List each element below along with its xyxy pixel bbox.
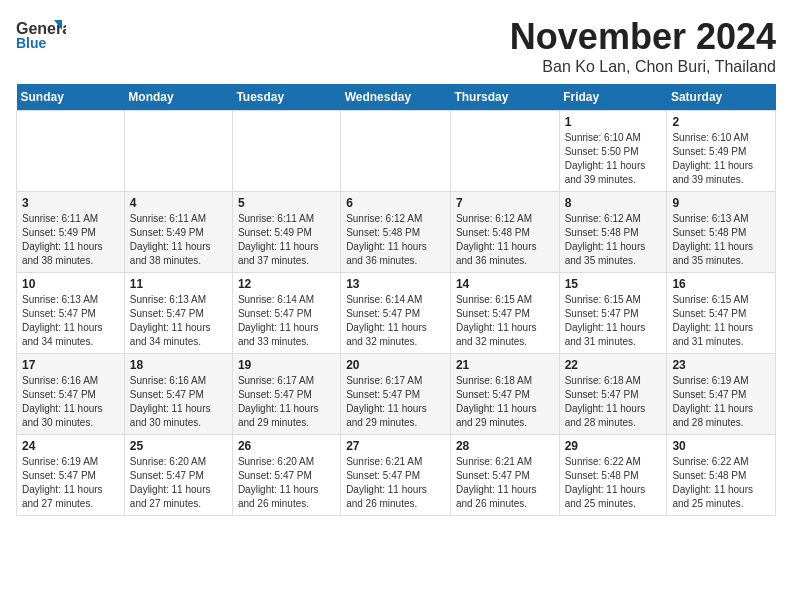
- day-info: Sunrise: 6:14 AM Sunset: 5:47 PM Dayligh…: [238, 293, 335, 349]
- day-number: 5: [238, 196, 335, 210]
- day-info: Sunrise: 6:20 AM Sunset: 5:47 PM Dayligh…: [238, 455, 335, 511]
- day-number: 27: [346, 439, 445, 453]
- day-number: 19: [238, 358, 335, 372]
- calendar-body: 1Sunrise: 6:10 AM Sunset: 5:50 PM Daylig…: [17, 111, 776, 516]
- calendar-cell: 29Sunrise: 6:22 AM Sunset: 5:48 PM Dayli…: [559, 435, 667, 516]
- day-info: Sunrise: 6:11 AM Sunset: 5:49 PM Dayligh…: [22, 212, 119, 268]
- day-info: Sunrise: 6:16 AM Sunset: 5:47 PM Dayligh…: [22, 374, 119, 430]
- calendar-week-row: 17Sunrise: 6:16 AM Sunset: 5:47 PM Dayli…: [17, 354, 776, 435]
- calendar-cell: 10Sunrise: 6:13 AM Sunset: 5:47 PM Dayli…: [17, 273, 125, 354]
- logo: General Blue: [16, 16, 66, 56]
- month-title: November 2024: [510, 16, 776, 58]
- calendar-cell: 7Sunrise: 6:12 AM Sunset: 5:48 PM Daylig…: [450, 192, 559, 273]
- day-info: Sunrise: 6:18 AM Sunset: 5:47 PM Dayligh…: [565, 374, 662, 430]
- day-number: 25: [130, 439, 227, 453]
- calendar-cell: 1Sunrise: 6:10 AM Sunset: 5:50 PM Daylig…: [559, 111, 667, 192]
- day-info: Sunrise: 6:12 AM Sunset: 5:48 PM Dayligh…: [456, 212, 554, 268]
- day-info: Sunrise: 6:21 AM Sunset: 5:47 PM Dayligh…: [346, 455, 445, 511]
- day-number: 4: [130, 196, 227, 210]
- day-number: 12: [238, 277, 335, 291]
- location-title: Ban Ko Lan, Chon Buri, Thailand: [510, 58, 776, 76]
- weekday-header: Wednesday: [341, 84, 451, 111]
- day-info: Sunrise: 6:11 AM Sunset: 5:49 PM Dayligh…: [130, 212, 227, 268]
- day-number: 22: [565, 358, 662, 372]
- calendar-cell: [17, 111, 125, 192]
- calendar-cell: 27Sunrise: 6:21 AM Sunset: 5:47 PM Dayli…: [341, 435, 451, 516]
- calendar-cell: 4Sunrise: 6:11 AM Sunset: 5:49 PM Daylig…: [124, 192, 232, 273]
- day-info: Sunrise: 6:16 AM Sunset: 5:47 PM Dayligh…: [130, 374, 227, 430]
- day-info: Sunrise: 6:15 AM Sunset: 5:47 PM Dayligh…: [456, 293, 554, 349]
- day-info: Sunrise: 6:15 AM Sunset: 5:47 PM Dayligh…: [672, 293, 770, 349]
- weekday-header: Monday: [124, 84, 232, 111]
- calendar-cell: 28Sunrise: 6:21 AM Sunset: 5:47 PM Dayli…: [450, 435, 559, 516]
- day-info: Sunrise: 6:12 AM Sunset: 5:48 PM Dayligh…: [346, 212, 445, 268]
- day-info: Sunrise: 6:17 AM Sunset: 5:47 PM Dayligh…: [346, 374, 445, 430]
- calendar-cell: 2Sunrise: 6:10 AM Sunset: 5:49 PM Daylig…: [667, 111, 776, 192]
- calendar-cell: [450, 111, 559, 192]
- calendar-cell: [341, 111, 451, 192]
- calendar-cell: 14Sunrise: 6:15 AM Sunset: 5:47 PM Dayli…: [450, 273, 559, 354]
- day-info: Sunrise: 6:22 AM Sunset: 5:48 PM Dayligh…: [672, 455, 770, 511]
- day-number: 6: [346, 196, 445, 210]
- calendar-cell: 6Sunrise: 6:12 AM Sunset: 5:48 PM Daylig…: [341, 192, 451, 273]
- title-area: November 2024 Ban Ko Lan, Chon Buri, Tha…: [510, 16, 776, 76]
- day-info: Sunrise: 6:17 AM Sunset: 5:47 PM Dayligh…: [238, 374, 335, 430]
- day-info: Sunrise: 6:10 AM Sunset: 5:50 PM Dayligh…: [565, 131, 662, 187]
- calendar-cell: 11Sunrise: 6:13 AM Sunset: 5:47 PM Dayli…: [124, 273, 232, 354]
- day-info: Sunrise: 6:19 AM Sunset: 5:47 PM Dayligh…: [22, 455, 119, 511]
- calendar-cell: 24Sunrise: 6:19 AM Sunset: 5:47 PM Dayli…: [17, 435, 125, 516]
- day-info: Sunrise: 6:14 AM Sunset: 5:47 PM Dayligh…: [346, 293, 445, 349]
- day-number: 7: [456, 196, 554, 210]
- day-info: Sunrise: 6:22 AM Sunset: 5:48 PM Dayligh…: [565, 455, 662, 511]
- day-info: Sunrise: 6:12 AM Sunset: 5:48 PM Dayligh…: [565, 212, 662, 268]
- day-number: 8: [565, 196, 662, 210]
- calendar-cell: 9Sunrise: 6:13 AM Sunset: 5:48 PM Daylig…: [667, 192, 776, 273]
- calendar-week-row: 1Sunrise: 6:10 AM Sunset: 5:50 PM Daylig…: [17, 111, 776, 192]
- weekday-header: Saturday: [667, 84, 776, 111]
- calendar-week-row: 3Sunrise: 6:11 AM Sunset: 5:49 PM Daylig…: [17, 192, 776, 273]
- calendar-cell: 13Sunrise: 6:14 AM Sunset: 5:47 PM Dayli…: [341, 273, 451, 354]
- calendar-cell: [232, 111, 340, 192]
- calendar-cell: 21Sunrise: 6:18 AM Sunset: 5:47 PM Dayli…: [450, 354, 559, 435]
- svg-text:Blue: Blue: [16, 35, 47, 51]
- calendar-cell: 19Sunrise: 6:17 AM Sunset: 5:47 PM Dayli…: [232, 354, 340, 435]
- calendar-cell: 23Sunrise: 6:19 AM Sunset: 5:47 PM Dayli…: [667, 354, 776, 435]
- day-number: 26: [238, 439, 335, 453]
- header: General Blue November 2024 Ban Ko Lan, C…: [16, 16, 776, 76]
- day-info: Sunrise: 6:19 AM Sunset: 5:47 PM Dayligh…: [672, 374, 770, 430]
- day-number: 30: [672, 439, 770, 453]
- day-number: 24: [22, 439, 119, 453]
- day-number: 29: [565, 439, 662, 453]
- day-info: Sunrise: 6:10 AM Sunset: 5:49 PM Dayligh…: [672, 131, 770, 187]
- calendar-cell: 8Sunrise: 6:12 AM Sunset: 5:48 PM Daylig…: [559, 192, 667, 273]
- day-info: Sunrise: 6:18 AM Sunset: 5:47 PM Dayligh…: [456, 374, 554, 430]
- weekday-header: Tuesday: [232, 84, 340, 111]
- weekday-header: Friday: [559, 84, 667, 111]
- day-number: 28: [456, 439, 554, 453]
- day-number: 15: [565, 277, 662, 291]
- day-info: Sunrise: 6:21 AM Sunset: 5:47 PM Dayligh…: [456, 455, 554, 511]
- calendar-table: SundayMondayTuesdayWednesdayThursdayFrid…: [16, 84, 776, 516]
- calendar-week-row: 24Sunrise: 6:19 AM Sunset: 5:47 PM Dayli…: [17, 435, 776, 516]
- calendar-cell: 18Sunrise: 6:16 AM Sunset: 5:47 PM Dayli…: [124, 354, 232, 435]
- weekday-header-row: SundayMondayTuesdayWednesdayThursdayFrid…: [17, 84, 776, 111]
- day-info: Sunrise: 6:13 AM Sunset: 5:47 PM Dayligh…: [130, 293, 227, 349]
- calendar-week-row: 10Sunrise: 6:13 AM Sunset: 5:47 PM Dayli…: [17, 273, 776, 354]
- day-number: 3: [22, 196, 119, 210]
- day-number: 23: [672, 358, 770, 372]
- calendar-cell: 25Sunrise: 6:20 AM Sunset: 5:47 PM Dayli…: [124, 435, 232, 516]
- calendar-cell: 22Sunrise: 6:18 AM Sunset: 5:47 PM Dayli…: [559, 354, 667, 435]
- day-number: 10: [22, 277, 119, 291]
- calendar-cell: 3Sunrise: 6:11 AM Sunset: 5:49 PM Daylig…: [17, 192, 125, 273]
- day-number: 21: [456, 358, 554, 372]
- day-info: Sunrise: 6:15 AM Sunset: 5:47 PM Dayligh…: [565, 293, 662, 349]
- calendar-cell: 12Sunrise: 6:14 AM Sunset: 5:47 PM Dayli…: [232, 273, 340, 354]
- calendar-cell: [124, 111, 232, 192]
- calendar-cell: 26Sunrise: 6:20 AM Sunset: 5:47 PM Dayli…: [232, 435, 340, 516]
- calendar-cell: 30Sunrise: 6:22 AM Sunset: 5:48 PM Dayli…: [667, 435, 776, 516]
- calendar-cell: 5Sunrise: 6:11 AM Sunset: 5:49 PM Daylig…: [232, 192, 340, 273]
- day-info: Sunrise: 6:13 AM Sunset: 5:47 PM Dayligh…: [22, 293, 119, 349]
- day-number: 20: [346, 358, 445, 372]
- calendar-cell: 20Sunrise: 6:17 AM Sunset: 5:47 PM Dayli…: [341, 354, 451, 435]
- day-number: 13: [346, 277, 445, 291]
